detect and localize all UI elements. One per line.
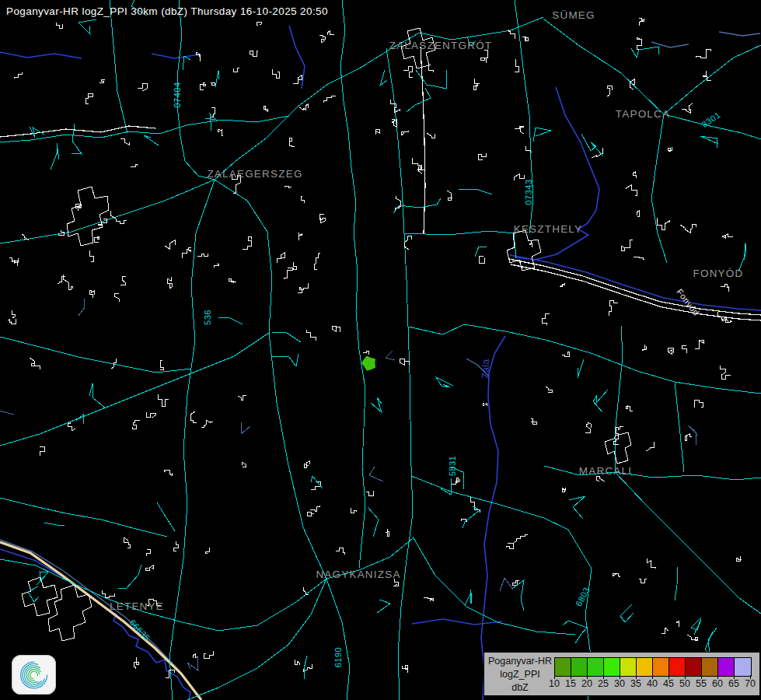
city-label: NAGYKANIZSA bbox=[316, 569, 400, 580]
legend-swatch bbox=[669, 658, 686, 676]
spiral-icon bbox=[16, 659, 52, 691]
legend-product: logZ_PPI bbox=[486, 668, 554, 681]
legend-swatch bbox=[718, 658, 735, 676]
legend-tick-label: 70 bbox=[745, 678, 756, 689]
legend-swatch bbox=[571, 658, 588, 676]
legend-tick-label: 15 bbox=[565, 678, 576, 689]
legend-swatch bbox=[555, 658, 571, 676]
city-label: MARCALI bbox=[579, 465, 632, 477]
city-label: FONYÓD bbox=[693, 268, 744, 279]
legend-swatch bbox=[604, 658, 620, 676]
legend-station: Poganyvar-HR bbox=[486, 655, 554, 668]
legend-tick-label: 10 bbox=[549, 678, 560, 689]
radar-display: ZALASZENTGRÓTSÜMEGTAPOLCAZALAEGERSZEGKES… bbox=[0, 0, 761, 700]
city-label: KESZTHELY bbox=[514, 223, 583, 235]
radar-map-canvas: ZALASZENTGRÓTSÜMEGTAPOLCAZALAEGERSZEGKES… bbox=[0, 0, 761, 700]
title-bar: Poganyvar-HR logZ_PPI 30km (dbZ) Thursda… bbox=[6, 5, 328, 17]
legend-tick-label: 30 bbox=[614, 678, 625, 689]
legend-swatch bbox=[620, 658, 637, 676]
road-number-label: 5831 bbox=[448, 456, 457, 476]
city-label: LETENYE bbox=[110, 600, 164, 612]
road-number-label: 07343 bbox=[524, 179, 533, 205]
road-number-label: 536 bbox=[203, 310, 212, 325]
legend-tick-label: 35 bbox=[630, 678, 641, 689]
legend-swatch bbox=[653, 658, 669, 676]
legend-tick-label: 60 bbox=[712, 678, 723, 689]
legend-swatch bbox=[637, 658, 653, 676]
legend-tick-label: 25 bbox=[598, 678, 609, 689]
legend-swatch bbox=[735, 658, 751, 676]
legend-colorbar bbox=[554, 657, 752, 677]
city-label: SÜMEG bbox=[552, 9, 595, 21]
met-logo[interactable] bbox=[12, 655, 56, 695]
legend-tick-label: 45 bbox=[663, 678, 674, 689]
city-label: ZALASZENTGRÓT bbox=[389, 40, 493, 51]
legend-tick-label: 20 bbox=[581, 678, 592, 689]
legend-tick-label: 55 bbox=[696, 678, 707, 689]
legend-swatch bbox=[686, 658, 702, 676]
legend-tick-label: 40 bbox=[647, 678, 658, 689]
legend-swatch bbox=[702, 658, 718, 676]
city-label: TAPOLCA bbox=[616, 108, 670, 120]
legend-unit: dbZ bbox=[486, 681, 554, 695]
river-name-label: Zala bbox=[480, 359, 491, 378]
legend-panel: Poganyvar-HR logZ_PPI dbZ 10152025303540… bbox=[483, 652, 760, 696]
city-label: ZALAEGERSZEG bbox=[207, 168, 302, 180]
title-text: Poganyvar-HR logZ_PPI 30km (dbZ) Thursda… bbox=[6, 5, 328, 17]
road-number-label: 07404 bbox=[173, 82, 182, 107]
legend-tick-label: 65 bbox=[728, 678, 739, 689]
road-number-label: 6190 bbox=[333, 647, 343, 667]
legend-swatch bbox=[588, 658, 604, 676]
legend-tick-label: 50 bbox=[679, 678, 690, 689]
legend-names: Poganyvar-HR logZ_PPI dbZ bbox=[486, 655, 554, 695]
